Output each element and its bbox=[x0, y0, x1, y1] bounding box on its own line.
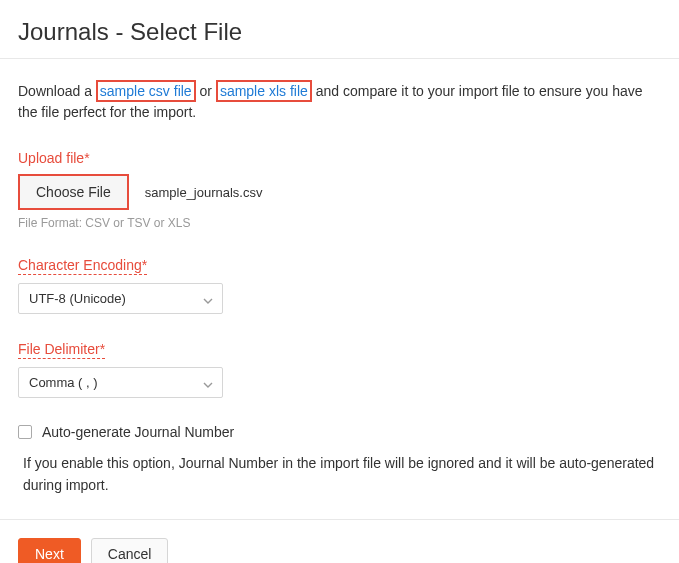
autogen-checkbox-row: Auto-generate Journal Number bbox=[18, 424, 661, 440]
delimiter-group: File Delimiter* Comma ( , ) bbox=[18, 340, 661, 398]
page-title: Journals - Select File bbox=[0, 0, 679, 58]
sample-xls-link[interactable]: sample xls file bbox=[216, 80, 312, 102]
encoding-group: Character Encoding* UTF-8 (Unicode) bbox=[18, 256, 661, 314]
cancel-button[interactable]: Cancel bbox=[91, 538, 169, 563]
choose-file-row: Choose File sample_journals.csv bbox=[18, 174, 661, 210]
delimiter-select-wrap: Comma ( , ) bbox=[18, 367, 223, 398]
next-button[interactable]: Next bbox=[18, 538, 81, 563]
autogen-label: Auto-generate Journal Number bbox=[42, 424, 234, 440]
sample-csv-link[interactable]: sample csv file bbox=[96, 80, 196, 102]
footer-actions: Next Cancel bbox=[0, 520, 679, 563]
encoding-value: UTF-8 (Unicode) bbox=[29, 291, 126, 306]
content-area: Download a sample csv file or sample xls… bbox=[0, 59, 679, 497]
upload-file-label: Upload file* bbox=[18, 150, 90, 166]
intro-text: Download a sample csv file or sample xls… bbox=[18, 81, 661, 123]
choose-file-button[interactable]: Choose File bbox=[18, 174, 129, 210]
file-format-hint: File Format: CSV or TSV or XLS bbox=[18, 216, 661, 230]
autogen-helper: If you enable this option, Journal Numbe… bbox=[18, 452, 661, 497]
delimiter-label: File Delimiter* bbox=[18, 341, 105, 359]
encoding-label: Character Encoding* bbox=[18, 257, 147, 275]
delimiter-select[interactable]: Comma ( , ) bbox=[18, 367, 223, 398]
delimiter-value: Comma ( , ) bbox=[29, 375, 98, 390]
upload-file-group: Upload file* Choose File sample_journals… bbox=[18, 149, 661, 230]
intro-mid: or bbox=[196, 83, 216, 99]
autogen-checkbox[interactable] bbox=[18, 425, 32, 439]
encoding-select[interactable]: UTF-8 (Unicode) bbox=[18, 283, 223, 314]
selected-filename: sample_journals.csv bbox=[145, 185, 263, 200]
intro-prefix: Download a bbox=[18, 83, 96, 99]
encoding-select-wrap: UTF-8 (Unicode) bbox=[18, 283, 223, 314]
